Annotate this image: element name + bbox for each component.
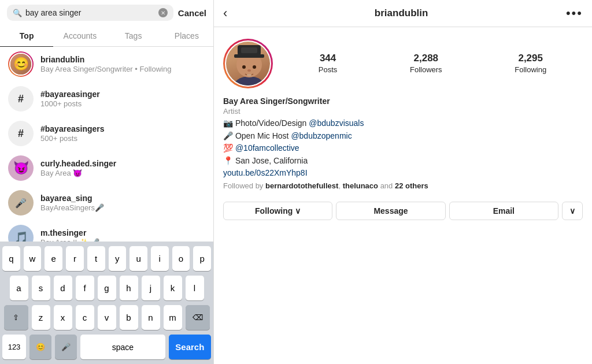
bio-category: Artist: [223, 107, 583, 116]
stats-container: 344 Posts 2,288 Followers 2,295 Followin…: [282, 53, 583, 75]
key-a[interactable]: a: [10, 276, 28, 300]
key-space[interactable]: space: [80, 335, 165, 359]
list-item[interactable]: 🎤 bayarea_sing BayAreaSingers🎤: [0, 185, 213, 220]
svg-rect-4: [241, 47, 257, 53]
key-x[interactable]: x: [54, 305, 72, 330]
bio-link-3[interactable]: @10famcollective: [235, 143, 299, 153]
key-w[interactable]: w: [24, 246, 42, 271]
list-item[interactable]: 😈 curly.headed.singer Bay Area 😈: [0, 151, 213, 185]
search-button[interactable]: Search: [169, 335, 211, 359]
following-button[interactable]: Following ∨: [223, 202, 332, 220]
key-n[interactable]: n: [142, 305, 160, 330]
keyboard-row-2: a s d f g h j k l: [2, 276, 211, 300]
key-i[interactable]: i: [151, 246, 169, 271]
following-label: Following: [515, 65, 546, 74]
bio-link-1[interactable]: @bdubzvisuals: [309, 118, 364, 128]
key-p[interactable]: p: [193, 246, 211, 271]
profile-header: ‹ briandublin •••: [214, 0, 592, 27]
result-sub: Bay Area Singer/Songwriter • Following: [40, 65, 205, 73]
key-m[interactable]: m: [164, 305, 182, 330]
right-panel: ‹ briandublin •••: [214, 0, 592, 364]
posts-label: Posts: [319, 65, 338, 74]
bio-line-2: 🎤 Open Mic Host @bdubzopenmic: [223, 131, 583, 142]
key-delete[interactable]: ⌫: [186, 305, 210, 330]
tab-accounts[interactable]: Accounts: [53, 25, 106, 46]
key-t[interactable]: t: [87, 246, 105, 271]
list-item[interactable]: 😊 briandublin Bay Area Singer/Songwriter…: [0, 47, 213, 81]
cancel-button[interactable]: Cancel: [178, 8, 206, 18]
bio-line-3: 💯 @10famcollective: [223, 143, 583, 154]
email-label: Email: [493, 206, 515, 216]
profile-avatar[interactable]: [223, 39, 273, 88]
profile-url[interactable]: youtu.be/0s22XmYhp8I: [223, 168, 308, 177]
back-button[interactable]: ‹: [223, 6, 227, 21]
svg-point-7: [247, 69, 251, 72]
search-input[interactable]: [25, 8, 155, 17]
list-item[interactable]: # #bayareasingers 500+ posts: [0, 116, 213, 151]
key-r[interactable]: r: [66, 246, 84, 271]
svg-point-6: [253, 65, 256, 69]
avatar: 😈: [8, 155, 34, 181]
key-y[interactable]: y: [109, 246, 127, 271]
key-f[interactable]: f: [76, 276, 94, 300]
search-input-wrapper[interactable]: 🔍 ✕: [7, 5, 173, 21]
tab-tags[interactable]: Tags: [107, 25, 160, 46]
stat-posts[interactable]: 344 Posts: [319, 53, 338, 75]
followers-label: Followers: [410, 65, 442, 74]
key-s[interactable]: s: [32, 276, 50, 300]
svg-point-5: [242, 65, 246, 69]
svg-point-0: [233, 76, 265, 86]
key-c[interactable]: c: [76, 305, 94, 330]
key-mic[interactable]: 🎤: [55, 335, 77, 359]
avatar-inner: 😊: [9, 53, 32, 76]
avatar: 🎤: [8, 190, 34, 216]
search-bar: 🔍 ✕ Cancel: [0, 0, 213, 25]
stat-followers[interactable]: 2,288 Followers: [410, 53, 442, 75]
stat-following[interactable]: 2,295 Following: [515, 53, 546, 75]
result-sub: 1000+ posts: [40, 99, 205, 108]
avatar: 😊: [8, 51, 34, 77]
profile-username: briandublin: [236, 8, 566, 19]
followers-count: 2,288: [410, 53, 442, 64]
tab-places[interactable]: Places: [160, 25, 213, 46]
list-item[interactable]: # #bayareasinger 1000+ posts: [0, 81, 213, 116]
result-info: briandublin Bay Area Singer/Songwriter •…: [40, 55, 205, 73]
tab-top[interactable]: Top: [0, 25, 53, 46]
key-o[interactable]: o: [172, 246, 190, 271]
clear-icon[interactable]: ✕: [158, 8, 168, 17]
key-z[interactable]: z: [32, 305, 50, 330]
bio-url: youtu.be/0s22XmYhp8I: [223, 168, 583, 179]
keyboard: q w e r t y u i o p a s d f g h j k l ⇧ …: [0, 242, 213, 364]
key-numbers[interactable]: 123: [2, 335, 26, 359]
more-options-button[interactable]: •••: [566, 6, 583, 21]
bio-link-2[interactable]: @bdubzopenmic: [291, 131, 352, 140]
result-info: #bayareasingers 500+ posts: [40, 124, 205, 143]
key-q[interactable]: q: [2, 246, 20, 271]
key-d[interactable]: d: [54, 276, 72, 300]
key-k[interactable]: k: [164, 276, 182, 300]
bio-line-4: 📍 San Jose, California: [223, 155, 583, 167]
bio-followed-by: Followed by bernardotothefullest, thelun…: [223, 181, 583, 190]
result-username: #bayareasingers: [40, 124, 205, 133]
key-emoji[interactable]: 😊: [29, 335, 51, 359]
key-j[interactable]: j: [142, 276, 160, 300]
avatar: 🎵: [8, 225, 34, 242]
results-list: 😊 briandublin Bay Area Singer/Songwriter…: [0, 47, 213, 242]
more-dropdown-button[interactable]: ∨: [562, 202, 583, 220]
key-l[interactable]: l: [186, 276, 204, 300]
key-h[interactable]: h: [120, 276, 138, 300]
key-v[interactable]: v: [98, 305, 116, 330]
bio-name: Bay Area Singer/Songwriter: [223, 96, 583, 106]
key-b[interactable]: b: [120, 305, 138, 330]
result-username: curly.headed.singer: [40, 159, 205, 168]
message-button[interactable]: Message: [336, 202, 445, 220]
key-g[interactable]: g: [98, 276, 116, 300]
key-e[interactable]: e: [45, 246, 62, 271]
result-info: m.thesinger Bay Area || ✨ 🎤: [40, 228, 205, 242]
following-count: 2,295: [515, 53, 546, 64]
key-u[interactable]: u: [130, 246, 147, 271]
key-shift[interactable]: ⇧: [4, 305, 28, 330]
avatar-face: 😊: [10, 54, 31, 75]
list-item[interactable]: 🎵 m.thesinger Bay Area || ✨ 🎤: [0, 220, 213, 242]
email-button[interactable]: Email: [449, 202, 558, 220]
